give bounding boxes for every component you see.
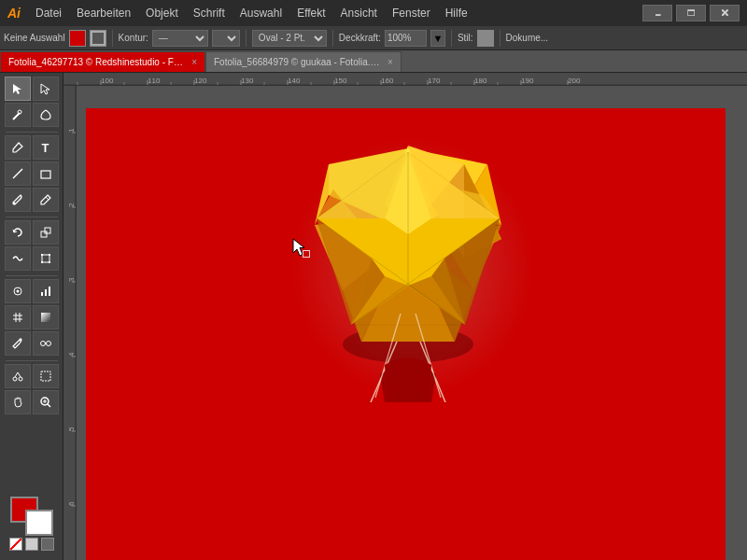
svg-rect-22 <box>41 313 50 322</box>
svg-rect-17 <box>49 287 50 296</box>
svg-text:200: 200 <box>568 77 581 85</box>
toolbar-stroke-select[interactable]: — <box>152 30 208 47</box>
tool-scale[interactable] <box>33 220 59 245</box>
menu-hilfe[interactable]: Hilfe <box>438 0 475 26</box>
no-color-swatch[interactable] <box>9 538 22 551</box>
svg-text:2: 2 <box>67 203 76 207</box>
tab-0-label: Fotolia_46297713 © Redshinestudio - Foto… <box>8 57 186 67</box>
svg-rect-7 <box>45 228 50 233</box>
tool-symbol-spray[interactable] <box>5 279 31 303</box>
menu-effekt[interactable]: Effekt <box>289 0 332 26</box>
tab-1-close[interactable]: × <box>388 57 393 67</box>
window-control-close[interactable]: 🗙 <box>710 5 740 21</box>
toolbar-style-swatch[interactable] <box>477 30 494 47</box>
tool-selection[interactable] <box>5 77 31 101</box>
tool-free-transform[interactable] <box>33 246 59 271</box>
svg-rect-16 <box>45 289 47 296</box>
tab-1[interactable]: Fotolia_56684979 © guukaa - Fotolia.com.… <box>205 51 402 72</box>
svg-point-28 <box>19 377 22 381</box>
tool-direct-selection[interactable] <box>33 77 59 101</box>
toolbar-divider-1 <box>112 30 113 47</box>
tool-lasso[interactable] <box>33 103 59 127</box>
svg-point-14 <box>16 290 19 293</box>
tool-magic-wand[interactable] <box>5 103 31 127</box>
tool-row-2 <box>3 103 61 127</box>
svg-line-2 <box>13 169 22 178</box>
tool-sep-1 <box>6 132 58 133</box>
menu-datei[interactable]: Datei <box>28 0 69 26</box>
toolbar-brush-select[interactable]: Oval - 2 Pt. <box>252 30 327 47</box>
tool-row-4 <box>3 161 61 186</box>
canvas-with-ruler: 1 2 3 4 5 6 <box>63 86 747 560</box>
menu-ansicht[interactable]: Ansicht <box>333 0 385 26</box>
tool-scissors[interactable] <box>5 364 31 388</box>
toolbar-opacity-arrow[interactable]: ▼ <box>430 30 445 47</box>
swap-colors-swatch[interactable] <box>41 538 54 551</box>
svg-text:160: 160 <box>381 77 394 85</box>
tool-rectangle[interactable] <box>33 161 59 186</box>
menu-auswahl[interactable]: Auswahl <box>233 0 289 26</box>
svg-line-30 <box>18 372 21 377</box>
tool-zoom[interactable] <box>33 390 59 414</box>
svg-text:1: 1 <box>67 128 76 133</box>
tool-pen[interactable] <box>5 135 31 160</box>
tool-line[interactable] <box>5 161 31 186</box>
main-area: T <box>0 73 747 560</box>
tiny-swatches <box>9 538 54 551</box>
canvas-area[interactable] <box>77 99 747 560</box>
tab-bar: Fotolia_46297713 © Redshinestudio - Foto… <box>0 50 747 73</box>
toolbar-style-label: Stil: <box>458 33 473 43</box>
svg-rect-31 <box>41 371 50 381</box>
toolbar-stroke-size-select[interactable] <box>212 30 240 47</box>
tool-row-8 <box>3 279 61 303</box>
svg-rect-12 <box>49 261 50 263</box>
art-canvas <box>86 108 726 560</box>
tool-pencil[interactable] <box>33 188 59 212</box>
color-swatches <box>9 497 54 556</box>
tool-row-9 <box>3 305 61 329</box>
svg-text:130: 130 <box>241 77 254 85</box>
svg-line-33 <box>48 404 50 407</box>
svg-rect-11 <box>41 261 43 263</box>
svg-line-5 <box>46 197 49 200</box>
tab-0[interactable]: Fotolia_46297713 © Redshinestudio - Foto… <box>0 51 205 72</box>
svg-text:4: 4 <box>67 352 76 357</box>
svg-text:6: 6 <box>67 501 76 506</box>
menu-bearbeiten[interactable]: Bearbeiten <box>69 0 138 26</box>
toolbar-stroke-swatch[interactable] <box>90 30 106 47</box>
tool-artboard[interactable] <box>33 364 59 388</box>
tool-column-graph[interactable] <box>33 279 59 303</box>
default-colors-swatch[interactable] <box>25 538 38 551</box>
tool-eyedropper[interactable] <box>5 331 31 356</box>
toolbar-divider-2 <box>246 30 247 47</box>
window-control-maximize[interactable]: 🗖 <box>676 5 706 21</box>
toolbar-fill-swatch[interactable] <box>69 30 86 47</box>
tool-rotate[interactable] <box>5 220 31 245</box>
tool-type[interactable]: T <box>33 135 59 160</box>
tool-paintbrush[interactable] <box>5 188 31 212</box>
svg-point-23 <box>19 339 21 342</box>
menu-bar: Ai Datei Bearbeiten Objekt Schrift Auswa… <box>0 0 747 26</box>
tool-hand[interactable] <box>5 390 31 414</box>
svg-text:100: 100 <box>101 77 114 85</box>
background-color-swatch[interactable] <box>25 510 53 536</box>
tool-row-3: T <box>3 135 61 160</box>
svg-rect-9 <box>41 254 43 256</box>
tool-row-6 <box>3 220 61 245</box>
menu-objekt[interactable]: Objekt <box>138 0 186 26</box>
tool-warp[interactable] <box>5 246 31 271</box>
svg-line-29 <box>15 372 18 377</box>
tab-1-label: Fotolia_56684979 © guukaa - Fotolia.com.… <box>214 57 382 67</box>
tool-blend[interactable] <box>33 331 59 356</box>
tab-0-close[interactable]: × <box>191 57 197 67</box>
toolbar-opacity-input[interactable] <box>385 30 427 47</box>
tool-row-12 <box>3 390 61 414</box>
tool-gradient[interactable] <box>33 305 59 329</box>
menu-schrift[interactable]: Schrift <box>186 0 233 26</box>
window-control-minimize[interactable]: 🗕 <box>642 5 672 21</box>
svg-rect-6 <box>41 231 47 237</box>
menu-fenster[interactable]: Fenster <box>385 0 438 26</box>
tool-mesh[interactable] <box>5 305 31 329</box>
toolbox: T <box>0 73 63 560</box>
top-ruler: 100 110 120 130 140 150 160 170 180 190 <box>63 73 747 86</box>
